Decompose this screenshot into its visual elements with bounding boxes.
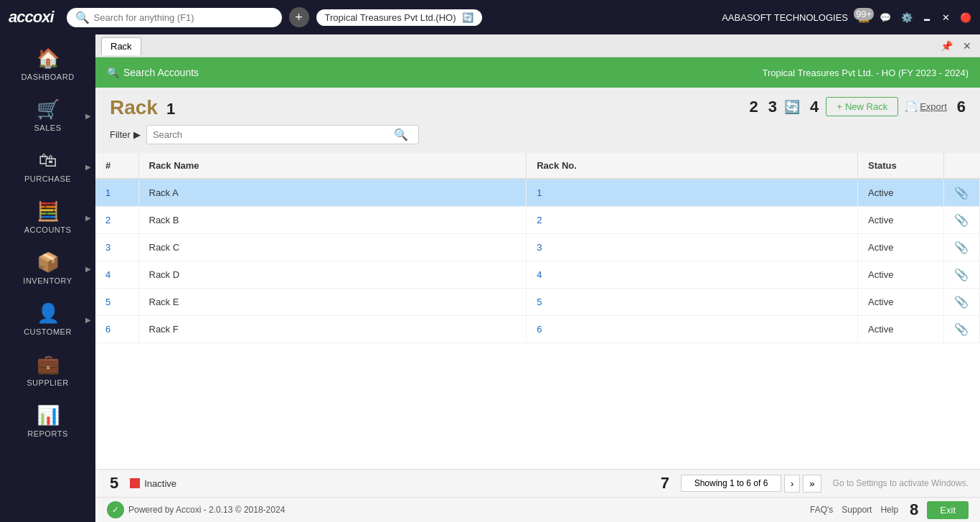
sidebar-item-label-inventory: INVENTORY — [23, 276, 72, 285]
avatar[interactable]: 🔴 — [960, 12, 971, 23]
notification-icon[interactable]: 🔔 99+ — [858, 12, 870, 23]
attachment-icon[interactable]: 📎 — [954, 214, 969, 226]
sidebar-item-label-dashboard: DASHBOARD — [21, 73, 74, 81]
row-rack-name: Rack B — [138, 207, 527, 234]
add-button[interactable]: + — [289, 7, 309, 27]
accounts-arrow: ▶ — [85, 213, 91, 221]
table-row[interactable]: 3 Rack C 3 Active 📎 — [95, 234, 980, 261]
purchase-arrow: ▶ — [85, 162, 91, 170]
export-button[interactable]: 📄 Export — [905, 101, 947, 112]
search-input[interactable] — [153, 129, 390, 140]
table-row[interactable]: 2 Rack B 2 Active 📎 — [95, 207, 980, 234]
search-field-icon: 🔍 — [394, 128, 408, 141]
row-status: Active — [858, 179, 944, 207]
topbar-right: AABASOFT TECHNOLOGIES 🔔 99+ 💬 ⚙️ 🗕 ✕ 🔴 — [722, 12, 971, 23]
sidebar-item-dashboard[interactable]: 🏠 DASHBOARD — [0, 40, 95, 88]
support-link[interactable]: Support — [842, 505, 872, 515]
table-body: 1 Rack A 1 Active 📎 2 Rack B 2 Active 📎 … — [95, 179, 980, 343]
sidebar-item-label-accounts: ACCOUNTS — [24, 225, 72, 234]
sidebar-item-purchase[interactable]: 🛍 PURCHASE ▶ — [0, 142, 95, 190]
tab-rack[interactable]: Rack — [101, 37, 141, 55]
tab-rack-label: Rack — [110, 41, 132, 52]
sidebar-item-accounts[interactable]: 🧮 ACCOUNTS ▶ — [0, 193, 95, 241]
message-icon[interactable]: 💬 — [880, 12, 891, 23]
table-row[interactable]: 6 Rack F 6 Active 📎 — [95, 316, 980, 343]
sidebar-item-label-reports: REPORTS — [27, 429, 67, 438]
row-num: 5 — [95, 289, 138, 316]
search-accounts-label: Search Accounts — [123, 67, 199, 78]
row-status: Active — [858, 316, 944, 343]
plus-icon: + — [837, 101, 842, 112]
row-rack-name: Rack A — [138, 179, 527, 207]
refresh-page-icon[interactable]: 🔄 — [784, 99, 800, 115]
topbar: accoxi 🔍 + Tropical Treasures Pvt Ltd.(H… — [0, 0, 980, 34]
table-row[interactable]: 4 Rack D 4 Active 📎 — [95, 261, 980, 289]
row-rack-no: 3 — [527, 234, 858, 261]
col-status: Status — [858, 153, 944, 179]
row-attach[interactable]: 📎 — [944, 179, 980, 207]
sidebar-item-supplier[interactable]: 💼 SUPPLIER — [0, 346, 95, 394]
company-selector[interactable]: Tropical Treasures Pvt Ltd.(HO) 🔄 — [316, 9, 482, 26]
row-rack-no: 6 — [527, 316, 858, 343]
attachment-icon[interactable]: 📎 — [954, 187, 969, 199]
next-page-button[interactable]: › — [784, 475, 800, 493]
last-page-button[interactable]: » — [803, 475, 821, 493]
attachment-icon[interactable]: 📎 — [954, 296, 969, 308]
filter-arrow-icon: ▶ — [133, 129, 141, 140]
sidebar: 🏠 DASHBOARD 🛒 SALES ▶ 🛍 PURCHASE ▶ 🧮 ACC… — [0, 34, 95, 522]
col-rack-no: Rack No. — [527, 153, 858, 179]
refresh-icon[interactable]: 🔄 — [462, 12, 473, 23]
global-search-input[interactable] — [94, 12, 252, 23]
accoxi-icon: ✓ — [107, 501, 124, 518]
row-num: 1 — [95, 179, 138, 207]
help-link[interactable]: Help — [880, 505, 898, 515]
step-8: 8 — [910, 500, 918, 519]
export-icon: 📄 — [905, 101, 917, 112]
search-accounts[interactable]: 🔍 Search Accounts — [107, 67, 199, 78]
step-1: 1 — [166, 100, 175, 118]
inactive-legend: Inactive — [130, 478, 176, 489]
row-num: 3 — [95, 234, 138, 261]
row-attach[interactable]: 📎 — [944, 207, 980, 234]
settings-icon[interactable]: ⚙️ — [901, 12, 913, 23]
search-field[interactable]: 🔍 — [146, 125, 419, 144]
row-status: Active — [858, 289, 944, 316]
sidebar-item-inventory[interactable]: 📦 INVENTORY ▶ — [0, 244, 95, 292]
step-2: 2 — [750, 98, 758, 116]
table-row[interactable]: 1 Rack A 1 Active 📎 — [95, 179, 980, 207]
close-icon[interactable]: ✕ — [942, 12, 950, 23]
header-company-info: Tropical Treasures Pvt Ltd. - HO (FY 202… — [762, 67, 969, 78]
inventory-icon: 📦 — [37, 251, 60, 274]
row-status: Active — [858, 207, 944, 234]
minimize-icon[interactable]: 🗕 — [923, 12, 932, 23]
step-3: 3 — [768, 98, 777, 116]
col-num: # — [95, 153, 138, 179]
pin-button[interactable]: 📌 — [938, 39, 956, 53]
rack-table: # Rack Name Rack No. Status 1 Rack A 1 A… — [95, 153, 980, 343]
row-rack-name: Rack F — [138, 316, 527, 343]
powered-text: Powered by Accoxi - 2.0.13 © 2018-2024 — [128, 505, 285, 515]
tab-close-button[interactable]: ✕ — [960, 39, 974, 53]
row-attach[interactable]: 📎 — [944, 234, 980, 261]
filter-button[interactable]: Filter ▶ — [110, 129, 141, 140]
exit-button[interactable]: Exit — [927, 501, 969, 519]
row-num: 2 — [95, 207, 138, 234]
attachment-icon[interactable]: 📎 — [954, 323, 969, 335]
row-attach[interactable]: 📎 — [944, 316, 980, 343]
row-attach[interactable]: 📎 — [944, 289, 980, 316]
row-attach[interactable]: 📎 — [944, 261, 980, 289]
sidebar-item-reports[interactable]: 📊 REPORTS — [0, 397, 95, 445]
filter-label: Filter — [110, 129, 131, 140]
sidebar-item-customer[interactable]: 👤 CUSTOMER ▶ — [0, 295, 95, 343]
sidebar-item-sales[interactable]: 🛒 SALES ▶ — [0, 91, 95, 139]
table-row[interactable]: 5 Rack E 5 Active 📎 — [95, 289, 980, 316]
attachment-icon[interactable]: 📎 — [954, 269, 969, 281]
faq-link[interactable]: FAQ's — [810, 505, 833, 515]
attachment-icon[interactable]: 📎 — [954, 241, 969, 253]
step-7: 7 — [661, 474, 669, 493]
new-rack-button[interactable]: + New Rack — [826, 97, 898, 116]
green-header: 🔍 Search Accounts Tropical Treasures Pvt… — [95, 57, 980, 88]
global-search-bar[interactable]: 🔍 — [67, 8, 282, 27]
pagination: Showing 1 to 6 of 6 › » — [681, 475, 821, 493]
table-header-row: # Rack Name Rack No. Status — [95, 153, 980, 179]
